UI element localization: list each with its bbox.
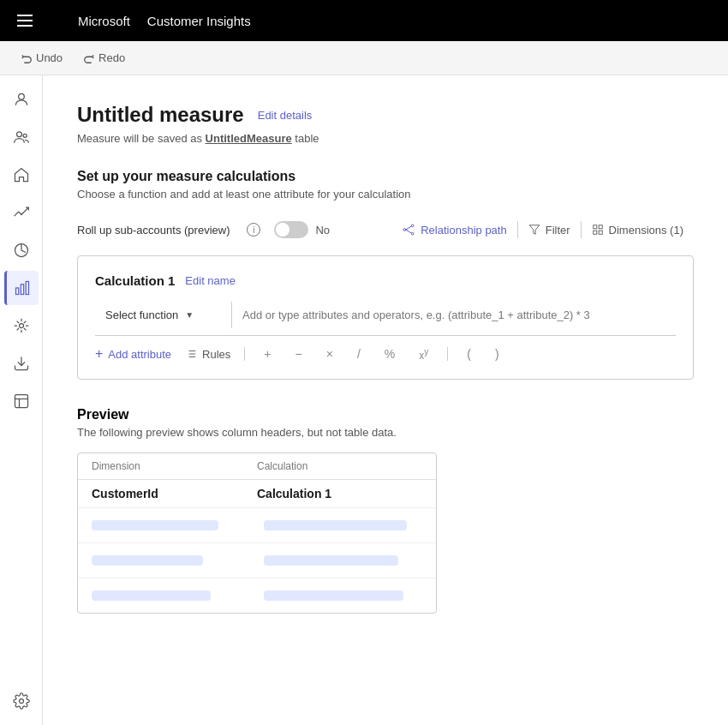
dimension-col-label: Dimension [92,460,257,472]
filter-button[interactable]: Filter [518,219,581,242]
sidebar [0,75,43,725]
hamburger-menu[interactable] [14,11,36,30]
preview-desc: The following preview shows column heade… [77,426,694,439]
relationship-path-icon [402,223,415,237]
dimensions-icon [592,224,604,236]
calc-header: Calculation 1 Edit name [95,273,676,288]
top-nav: Microsoft Customer Insights [0,0,728,41]
calc-actions: + Add attribute Rules + − × / % xy [95,346,676,362]
controls-right: Relationship path Filter Dimensions (1) [391,218,694,242]
measure-name: UntitledMeasure [206,132,292,145]
roll-up-label: Roll up sub-accounts (preview) [77,224,230,237]
content-area: Untitled measure Edit details Measure wi… [43,75,728,725]
op-multiply-button[interactable]: × [321,347,338,361]
calculation-box: Calculation 1 Edit name Select function … [77,255,694,380]
rules-icon [185,348,197,360]
sidebar-item-people[interactable] [4,82,39,117]
svg-rect-19 [593,225,596,229]
svg-line-17 [406,230,412,233]
info-icon[interactable]: i [247,223,260,237]
section-title: Set up your measure calculations [77,169,694,184]
svg-rect-22 [599,231,602,234]
skeleton-row-1 [78,508,436,543]
toggle-control[interactable] [274,221,308,238]
sidebar-item-enrichment[interactable] [4,309,39,343]
calc-name: Calculation 1 [95,273,175,288]
preview-table: Dimension Calculation CustomerId Calcula… [77,452,437,614]
svg-line-16 [406,226,412,230]
product-name: Customer Insights [147,14,251,28]
page-title: Untitled measure [77,103,244,127]
redo-button[interactable]: Redo [76,48,132,68]
sidebar-item-settings[interactable] [4,684,39,718]
calculation-value: Calculation 1 [257,487,422,500]
svg-point-1 [16,132,21,137]
op-divide-button[interactable]: / [352,347,366,361]
sidebar-item-reports[interactable] [4,384,39,418]
skeleton-cell [264,555,398,566]
undo-icon [21,52,33,64]
svg-rect-6 [26,282,28,295]
op-plus-button[interactable]: + [259,347,276,361]
skeleton-cell [264,590,403,601]
preview-table-values-row: CustomerId Calculation 1 [78,480,436,508]
edit-details-link[interactable]: Edit details [258,109,313,122]
calc-edit-link[interactable]: Edit name [185,274,236,287]
svg-point-2 [23,134,27,137]
op-minus-button[interactable]: − [290,347,307,361]
controls-bar: Roll up sub-accounts (preview) i No Rela… [77,218,694,242]
svg-rect-9 [15,395,27,408]
dimensions-button[interactable]: Dimensions (1) [582,219,694,242]
calc-row: Select function ▼ [95,302,676,336]
op-open-paren-button[interactable]: ( [462,347,476,361]
microsoft-label: Microsoft [78,14,130,28]
customer-id-value: CustomerId [92,487,257,500]
svg-point-0 [18,93,24,99]
svg-rect-5 [21,285,23,295]
rules-button[interactable]: Rules [185,348,230,361]
op-percent-button[interactable]: % [379,347,400,361]
add-attribute-button[interactable]: + Add attribute [95,346,171,362]
calculation-col-label: Calculation [257,460,422,472]
sidebar-item-segments[interactable] [4,233,39,267]
svg-rect-21 [593,231,596,234]
svg-point-7 [19,324,23,328]
svg-point-12 [19,699,23,704]
formula-input[interactable] [232,302,676,328]
undo-button[interactable]: Undo [14,48,69,68]
toolbar: Undo Redo [0,41,728,75]
page-subtitle: Measure will be saved as UntitledMeasure… [77,132,694,145]
relationship-path-button[interactable]: Relationship path [391,218,516,242]
select-function-dropdown[interactable]: Select function ▼ [95,302,232,328]
main-layout: Untitled measure Edit details Measure wi… [0,75,728,725]
sidebar-item-contacts[interactable] [4,120,39,154]
microsoft-logo [46,12,64,30]
op-close-paren-button[interactable]: ) [490,347,504,361]
section-desc: Choose a function and add at least one a… [77,188,694,201]
preview-title: Preview [77,407,694,422]
skeleton-cell [264,520,407,530]
filter-icon [528,224,540,236]
op-power-button[interactable]: xy [414,347,433,362]
preview-table-header: Dimension Calculation [78,453,436,480]
redo-icon [83,52,95,64]
roll-up-toggle[interactable]: No [274,221,330,238]
svg-point-15 [412,232,415,235]
skeleton-row-3 [78,578,436,613]
sidebar-item-home[interactable] [4,158,39,192]
svg-marker-18 [529,225,540,235]
chevron-down-icon: ▼ [185,310,194,320]
sidebar-item-analytics[interactable] [4,195,39,230]
skeleton-row-2 [78,543,436,578]
skeleton-cell [92,555,203,566]
plus-icon: + [95,346,103,362]
svg-rect-20 [599,225,602,229]
skeleton-cell [92,590,211,601]
toggle-label: No [315,224,330,237]
svg-rect-4 [16,288,19,295]
skeleton-cell [92,520,218,530]
svg-point-13 [403,229,406,231]
svg-point-14 [412,225,415,227]
sidebar-item-exports[interactable] [4,346,39,380]
sidebar-item-measures[interactable] [4,271,39,305]
